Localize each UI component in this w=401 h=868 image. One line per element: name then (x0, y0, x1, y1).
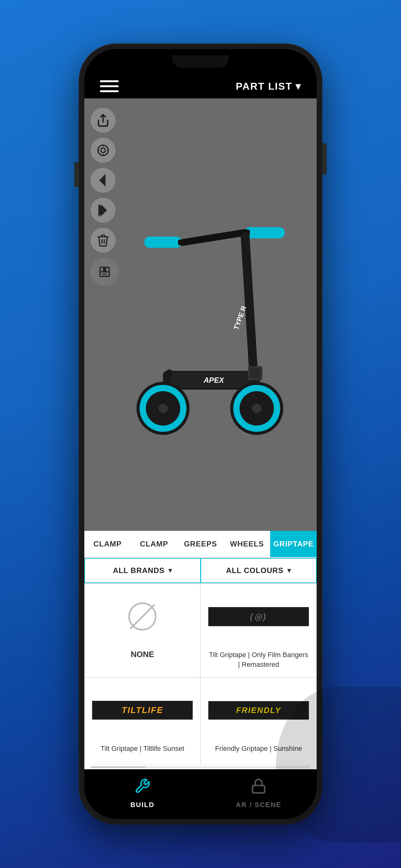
svg-rect-12 (144, 237, 182, 248)
scooter-container: APEX (84, 98, 317, 531)
notch (172, 55, 229, 68)
bottom-nav: BUILD AR / SCENE (84, 769, 317, 819)
product-image-none (92, 591, 193, 642)
svg-rect-30 (249, 368, 261, 379)
tab-wheels[interactable]: WHEELS (224, 531, 270, 557)
part-list-button[interactable]: PART LIST ▾ (236, 80, 301, 92)
phone-shell: PART LIST ▾ (79, 43, 322, 825)
part-list-chevron-icon: ▾ (295, 80, 301, 92)
delete-button[interactable] (91, 228, 115, 253)
scale-button[interactable] (91, 258, 119, 286)
svg-point-25 (158, 404, 168, 413)
product-name-tilt-bangers: Tilt Griptape | Only Film Bangers | Rema… (208, 650, 309, 670)
part-tabs: CLAMP CLAMP GREEPS WHEELS GRIPTAPE (84, 531, 317, 558)
nav-build[interactable]: BUILD (84, 769, 201, 819)
brands-filter-label: ALL BRANDS (113, 566, 165, 575)
delete-icon (96, 234, 110, 247)
colours-filter-label: ALL COLOURS (226, 566, 283, 575)
part-list-label: PART LIST (236, 81, 292, 92)
left-toolbar (91, 108, 119, 286)
nav-ar-scene[interactable]: AR / SCENE (201, 769, 317, 819)
scroll-indicator (84, 765, 317, 769)
back-button[interactable] (91, 168, 115, 193)
tab-greeps[interactable]: GREEPS (177, 531, 224, 557)
svg-point-11 (103, 269, 106, 271)
svg-point-0 (98, 145, 108, 156)
phone-right-button (322, 144, 327, 175)
notch-bar (84, 49, 317, 74)
svg-rect-13 (244, 227, 285, 239)
brands-chevron-icon: ▾ (168, 566, 172, 575)
hamburger-line-3 (100, 90, 119, 92)
product-card-friendly-sunshine[interactable]: FRIENDLY Friendly Griptape | Sunshine (201, 677, 317, 765)
brands-filter-button[interactable]: ALL BRANDS ▾ (84, 558, 201, 583)
target-icon (96, 144, 110, 157)
scroll-track (91, 767, 310, 768)
svg-line-17 (245, 237, 254, 374)
filter-row: ALL BRANDS ▾ ALL COLOURS ▾ (84, 558, 317, 584)
colours-filter-button[interactable]: ALL COLOURS ▾ (201, 558, 317, 583)
svg-rect-32 (253, 785, 265, 793)
forward-icon (96, 204, 110, 217)
product-image-friendly-sunshine: FRIENDLY (208, 685, 309, 735)
share-icon (96, 114, 110, 127)
scooter-viewport: APEX (84, 98, 317, 531)
forward-button[interactable] (91, 198, 115, 223)
svg-point-28 (252, 404, 261, 413)
product-image-tilt-sunset: TILTLIFE (92, 685, 193, 735)
svg-text:TYPE R: TYPE R (232, 305, 248, 331)
hamburger-line-2 (100, 85, 119, 87)
product-card-none[interactable]: NONE (84, 584, 201, 677)
product-grid: NONE (◎) Tilt Griptape | Only Film Bange… (84, 584, 317, 765)
top-nav: PART LIST ▾ (84, 74, 317, 98)
hamburger-line-1 (100, 80, 119, 82)
product-name-none: NONE (131, 650, 154, 659)
tab-clamp1[interactable]: CLAMP (84, 531, 131, 557)
share-button[interactable] (91, 108, 115, 133)
svg-point-1 (101, 148, 106, 153)
product-name-friendly-sunshine: Friendly Griptape | Sunshine (215, 744, 302, 754)
product-card-tilt-sunset[interactable]: TILTLIFE Tilt Griptape | Tiltlife Sunset (84, 677, 201, 765)
build-label: BUILD (130, 801, 154, 809)
product-name-tilt-sunset: Tilt Griptape | Tiltlife Sunset (101, 744, 184, 754)
phone-screen: PART LIST ▾ (84, 49, 317, 819)
svg-line-16 (183, 232, 245, 243)
scale-icon (98, 265, 111, 279)
tab-griptape[interactable]: GRIPTAPE (270, 531, 317, 557)
scroll-thumb (91, 767, 145, 768)
ar-scene-icon (250, 778, 267, 798)
page-wrapper: PART LIST ▾ (0, 0, 401, 868)
back-icon (96, 174, 110, 187)
none-icon (128, 602, 157, 630)
hamburger-menu[interactable] (100, 80, 119, 92)
product-card-tilt-bangers[interactable]: (◎) Tilt Griptape | Only Film Bangers | … (201, 584, 317, 677)
build-icon (134, 778, 151, 798)
svg-text:APEX: APEX (203, 376, 225, 384)
ar-scene-label: AR / SCENE (236, 801, 281, 809)
target-button[interactable] (91, 138, 115, 163)
colours-chevron-icon: ▾ (287, 566, 291, 575)
tab-clamp2[interactable]: CLAMP (131, 531, 177, 557)
product-image-tilt-bangers: (◎) (208, 591, 309, 642)
scooter-illustration: APEX (132, 199, 294, 436)
svg-marker-6 (100, 176, 105, 185)
